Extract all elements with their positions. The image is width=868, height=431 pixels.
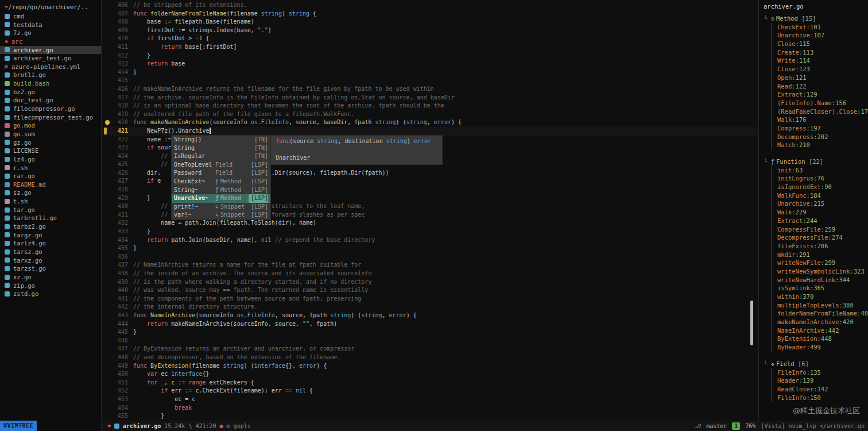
code-line-448[interactable]: 448// and decompressor, based on the ext… [102,353,758,362]
vista-item-CheckExt[interactable]: CheckExt:101 [771,23,868,32]
code-line-440[interactable]: 440// was walked, source may == fpath. T… [102,286,758,295]
code-line-449[interactable]: 449func ByExtension(filename string) (in… [102,362,758,371]
editor-scrollbar[interactable] [750,301,753,345]
vista-item-isIgnoredExt[interactable]: isIgnoredExt:90 [771,183,868,191]
tree-item-bz2.go[interactable]: bz2.go [0,88,101,97]
vista-item-FileInfoName[interactable]: (FileInfo).Name:156 [771,99,868,107]
tree-item-archiver.go[interactable]: archiver.go [0,46,101,55]
code-line-439[interactable]: 439// is the path where walking a direct… [102,278,758,287]
tree-item-go.mod[interactable]: go.mod [0,121,101,130]
tree-item-tarbz2.go[interactable]: tarbz2.go [0,222,101,231]
vista-item-writeNewHardLink[interactable]: writeNewHardLink:344 [771,276,868,284]
vista-section-header[interactable]: └ ƒFunction [22] [759,157,868,166]
code-line-413[interactable]: 413 return base [102,60,758,68]
vista-item-initLogrus[interactable]: initLogrus:76 [771,174,868,183]
vista-item-Unarchive[interactable]: Unarchive:107 [771,31,868,40]
tree-item-archiver_test.go[interactable]: archiver_test.go [0,54,101,63]
tree-item-go.sum[interactable]: go.sum [0,130,101,138]
code-line-441[interactable]: 441// the components of the path between… [102,295,758,303]
vista-item-DecompressFile[interactable]: DecompressFile:274 [771,233,868,242]
tree-item-targz.go[interactable]: targz.go [0,231,101,240]
tree-item-LICENSE[interactable]: LICENSE [0,147,101,155]
tree-item-zip.go[interactable]: zip.go [0,282,101,290]
code-line-412[interactable]: 412 } [102,52,758,60]
code-line-434[interactable]: 434 return path.Join(baseDir, name), nil… [102,236,758,245]
tree-item-doc_test.go[interactable]: doc_test.go [0,96,101,105]
code-line-454[interactable]: 454 break [102,404,758,413]
completion-item-var[interactable]: var!~↳Snippet[LSP] [172,211,270,220]
tree-item-tarxz.go[interactable]: tarxz.go [0,256,101,265]
tree-item-tarbrotli.go[interactable]: tarbrotli.go [0,214,101,222]
tree-item-t.sh[interactable]: t.sh [0,197,101,206]
vista-item-multipleTopLevels[interactable]: multipleTopLevels:380 [771,301,868,310]
code-line-451[interactable]: 451 for _, c := range extCheckers { [102,379,758,387]
tree-item-build.bash[interactable]: build.bash [0,79,101,88]
tree-item-r.sh[interactable]: r.sh [0,164,101,172]
code-line-407[interactable]: 407func folderNameFromFileName(filename … [102,10,758,18]
completion-item-IsRegular[interactable]: IsRegular[TN] [172,152,270,161]
code-line-450[interactable]: 450 var ec interface{} [102,370,758,379]
vista-item-NameInArchive[interactable]: NameInArchive:442 [771,326,868,335]
tree-item-testdata[interactable]: testdata [0,21,101,29]
vista-item-within[interactable]: within:370 [771,293,868,301]
tree-item-zstd.go[interactable]: zstd.go [0,290,101,298]
tree-item-README.md[interactable]: README.md [0,180,101,189]
completion-item-Unarchive[interactable]: Unarchive~ƒMethod[LSP] [172,194,270,203]
vista-item-ByExtension[interactable]: ByExtension:448 [771,334,868,343]
vista-item-Write[interactable]: Write:114 [771,56,868,65]
completion-item-print[interactable]: print!~↳Snippet[LSP] [172,203,270,211]
completion-popup[interactable]: String()[TN]String[TN]IsRegular[TN]OneTo… [171,135,271,220]
vista-item-Create[interactable]: Create:113 [771,48,868,57]
tree-item-tarlz4.go[interactable]: tarlz4.go [0,239,101,248]
code-line-418[interactable]: 418// is an optional base directory that… [102,102,758,110]
editor-panel[interactable]: 406// be stripped of its extensions.407f… [102,0,758,421]
tree-item-azure-pipelines.yml[interactable]: ⚙azure-pipelines.yml [0,63,101,71]
tree-item-tarzst.go[interactable]: tarzst.go [0,264,101,273]
code-line-409[interactable]: 409 firstDot := strings.Index(base, ".") [102,26,758,35]
vista-item-writeNewSymbolicLink[interactable]: writeNewSymbolicLink:323 [771,267,868,276]
code-line-417[interactable]: 417// the archive. sourceInfo is the Fil… [102,94,758,102]
tree-item-rar.go[interactable]: rar.go [0,172,101,180]
completion-item-String[interactable]: String[TN] [172,144,270,153]
vista-section-header[interactable]: └ ❖Field [6] [759,360,868,368]
vista-item-init[interactable]: init:63 [771,166,868,175]
completion-item-String[interactable]: String~ƒMethod[LSP] [172,186,270,195]
code-line-416[interactable]: 416// makeNameInArchive returns the file… [102,85,758,94]
vista-item-Close[interactable]: Close:115 [771,40,868,48]
vista-item-CompressFile[interactable]: CompressFile:259 [771,225,868,234]
code-line-421[interactable]: 421 NewP7z().Unarchive [102,127,758,136]
tree-item-brotli.go[interactable]: brotli.go [0,71,101,79]
vista-item-Decompress[interactable]: Decompress:202 [771,133,868,141]
tree-item-filecompressor.go[interactable]: filecompressor.go [0,105,101,113]
vista-item-Read[interactable]: Read:122 [771,82,868,91]
code-line-455[interactable]: 455 } [102,412,758,421]
code-line-447[interactable]: 447// ByExtension returns an archiver an… [102,345,758,353]
code-line-437[interactable]: 437// NameInArchive returns a name for t… [102,261,758,270]
tree-item-filecompressor_test.go[interactable]: filecompressor_test.go [0,113,101,122]
code-line-415[interactable]: 415 [102,76,758,85]
tree-item-gz.go[interactable]: gz.go [0,138,101,147]
vista-item-Extract[interactable]: Extract:244 [771,217,868,225]
vista-item-FileInfo[interactable]: FileInfo:135 [771,368,868,377]
tree-item-tarsz.go[interactable]: tarsz.go [0,248,101,256]
tree-item-sz.go[interactable]: sz.go [0,188,101,197]
code-line-443[interactable]: 443func NameInArchive(sourceInfo os.File… [102,311,758,320]
vista-item-ReadFakeCloserClose[interactable]: (ReadFakeCloser).Close:171 [771,107,868,116]
code-line-446[interactable]: 446 [102,337,758,345]
vista-item-writeNewFile[interactable]: writeNewFile:299 [771,259,868,267]
vista-item-Close[interactable]: Close:123 [771,65,868,74]
code-line-452[interactable]: 452 if err := c.CheckExt(filename); err … [102,387,758,395]
code-line-453[interactable]: 453 ec = c [102,395,758,404]
tree-item-7z.go[interactable]: 7z.go [0,29,101,37]
vista-item-Extract[interactable]: Extract:129 [771,90,868,99]
tree-item-cmd[interactable]: cmd [0,12,101,21]
code-line-436[interactable]: 436 [102,253,758,261]
vista-item-Match[interactable]: Match:210 [771,141,868,149]
vista-item-WalkFunc[interactable]: WalkFunc:184 [771,191,868,200]
code-line-420[interactable]: 420func makeNameInArchive(sourceInfo os.… [102,118,758,127]
vista-section-header[interactable]: └ ◎Method [15] [759,14,868,23]
code-line-408[interactable]: 408 base := filepath.Base(filename) [102,18,758,26]
code-line-432[interactable]: 432 name = path.Join(filepath.ToSlash(di… [102,219,758,228]
vista-item-fileExists[interactable]: fileExists:286 [771,242,868,251]
vista-item-ReadCloser[interactable]: ReadCloser:142 [771,385,868,394]
